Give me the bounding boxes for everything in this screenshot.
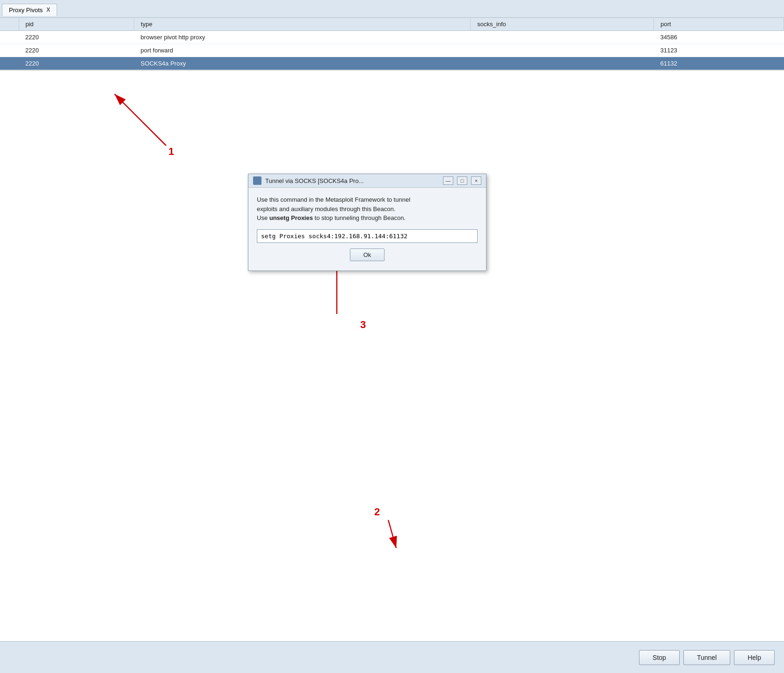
annotation-label-2: 2 <box>374 506 380 518</box>
col-port: port <box>654 18 784 31</box>
tab-label: Proxy Pivots <box>9 7 43 14</box>
dialog-message: Use this command in the Metasploit Frame… <box>257 195 478 223</box>
dialog-msg-line3-suffix: to stop tunneling through Beacon. <box>313 214 406 221</box>
dialog-title-text: Tunnel via SOCKS [SOCKS4a Pro... <box>265 177 439 184</box>
dialog-title-icon <box>253 176 261 185</box>
col-type: type <box>134 18 471 31</box>
row1-port: 34586 <box>654 31 784 44</box>
row1-empty <box>0 31 19 44</box>
dialog-msg-line3-prefix: Use <box>257 214 269 221</box>
dialog-command-input[interactable] <box>257 229 478 243</box>
table-row[interactable]: 2220 browser pivot http proxy 34586 <box>0 31 784 44</box>
proxy-table: pid type socks_info port 2220 browser pi… <box>0 18 784 70</box>
row3-pid: 2220 <box>19 57 134 70</box>
help-button[interactable]: Help <box>734 650 775 665</box>
row1-type: browser pivot http proxy <box>134 31 471 44</box>
row2-pid: 2220 <box>19 44 134 57</box>
row3-socks-info <box>471 57 654 70</box>
dialog-msg-line2: exploits and auxiliary modules through t… <box>257 205 395 212</box>
row1-pid: 2220 <box>19 31 134 44</box>
annotation-label-3: 3 <box>360 319 366 331</box>
row2-port: 31123 <box>654 44 784 57</box>
table-header-row: pid type socks_info port <box>0 18 784 31</box>
tab-close-button[interactable]: X <box>46 7 50 13</box>
table-row[interactable]: 2220 port forward 31123 <box>0 44 784 57</box>
dialog-minimize-button[interactable]: — <box>443 176 453 185</box>
dialog-msg-line1: Use this command in the Metasploit Frame… <box>257 196 410 203</box>
dialog-close-button[interactable]: × <box>471 176 481 185</box>
row3-type: SOCKS4a Proxy <box>134 57 471 70</box>
row2-socks-info <box>471 44 654 57</box>
annotation-label-1: 1 <box>168 146 174 158</box>
row2-empty <box>0 44 19 57</box>
tab-bar: Proxy Pivots X <box>0 0 784 18</box>
col-empty <box>0 18 19 31</box>
dialog-ok-button[interactable]: Ok <box>350 249 385 261</box>
svg-line-2 <box>388 520 396 548</box>
col-socks-info: socks_info <box>471 18 654 31</box>
bottom-bar: Stop Tunnel Help <box>0 641 784 673</box>
table-row-selected[interactable]: 2220 SOCKS4a Proxy 61132 <box>0 57 784 70</box>
dialog-footer: Ok <box>257 249 478 265</box>
table-area: pid type socks_info port 2220 browser pi… <box>0 18 784 71</box>
svg-line-1 <box>115 94 166 146</box>
dialog-maximize-button[interactable]: □ <box>457 176 467 185</box>
main-window: Proxy Pivots X pid type socks_info port … <box>0 0 784 673</box>
row2-type: port forward <box>134 44 471 57</box>
tunnel-dialog: Tunnel via SOCKS [SOCKS4a Pro... — □ × U… <box>248 174 486 271</box>
dialog-titlebar: Tunnel via SOCKS [SOCKS4a Pro... — □ × <box>248 174 486 188</box>
content-area: 1 2 3 Tunnel via SOCKS [SOCKS4a Pro... —… <box>0 71 784 641</box>
dialog-msg-bold: unsetg Proxies <box>269 214 313 221</box>
col-pid: pid <box>19 18 134 31</box>
proxy-pivots-tab[interactable]: Proxy Pivots X <box>2 4 57 16</box>
annotation-arrows <box>0 71 784 641</box>
stop-button[interactable]: Stop <box>639 650 680 665</box>
row1-socks-info <box>471 31 654 44</box>
row3-port: 61132 <box>654 57 784 70</box>
row3-empty <box>0 57 19 70</box>
dialog-body: Use this command in the Metasploit Frame… <box>248 188 486 271</box>
tunnel-button[interactable]: Tunnel <box>683 650 730 665</box>
